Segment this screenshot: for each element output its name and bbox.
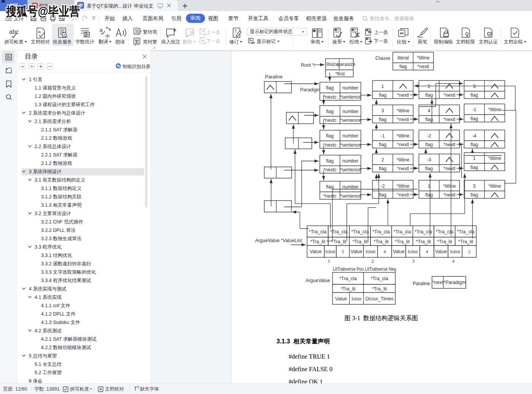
svg-text:简: 简 bbox=[135, 29, 140, 34]
svg-text:搜狐号@毕业营: 搜狐号@毕业营 bbox=[6, 4, 80, 18]
svg-text:abc: abc bbox=[9, 29, 19, 35]
svg-text:a: a bbox=[100, 27, 103, 33]
svg-text:a-: a- bbox=[38, 29, 42, 34]
svg-text:中: 中 bbox=[105, 34, 110, 39]
svg-text:繁: 繁 bbox=[135, 39, 140, 44]
